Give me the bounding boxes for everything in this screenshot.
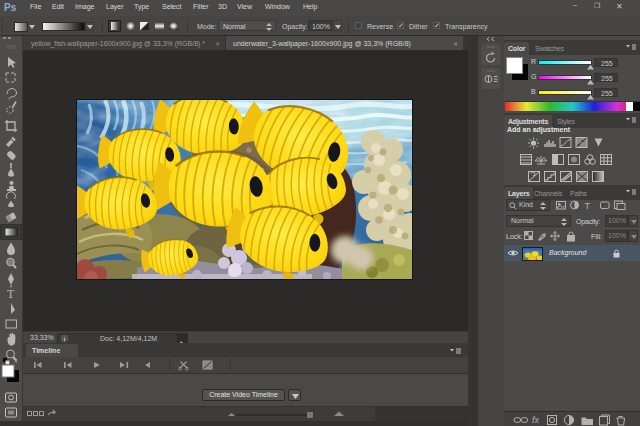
svg-text:T: T (585, 201, 591, 211)
svg-text:T: T (7, 287, 15, 301)
svg-text:fx: fx (532, 415, 540, 425)
